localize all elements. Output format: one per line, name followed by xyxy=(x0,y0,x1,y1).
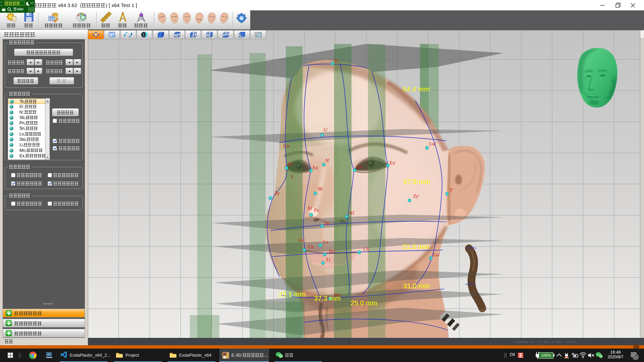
svg-text:Tr: Tr xyxy=(334,58,339,63)
svg-text:Ex': Ex' xyxy=(390,161,396,166)
svg-text:Al': Al' xyxy=(349,210,355,216)
svg-text:Pn: Pn xyxy=(314,208,319,213)
svg-text:Ch': Ch' xyxy=(363,247,370,252)
svg-text:Ex: Ex xyxy=(287,162,293,167)
svg-text:Zy: Zy xyxy=(274,191,280,196)
svg-text:Sb: Sb xyxy=(318,186,323,191)
svg-text:T: T xyxy=(291,175,294,180)
svg-text:En': En' xyxy=(357,165,363,170)
svg-text:Sn: Sn xyxy=(324,221,329,226)
svg-text:Al: Al xyxy=(307,206,312,211)
svg-text:N': N' xyxy=(325,158,330,163)
svg-text:31.0 mm: 31.0 mm xyxy=(403,282,430,290)
svg-text:25.1 mm: 25.1 mm xyxy=(279,290,306,298)
svg-text:G': G' xyxy=(324,127,328,132)
svg-text:37.3 mm: 37.3 mm xyxy=(314,294,341,302)
svg-text:Go': Go' xyxy=(433,252,440,257)
svg-text:Zy': Zy' xyxy=(413,194,419,199)
svg-text:11: 11 xyxy=(634,355,638,359)
svg-text:Li: Li xyxy=(326,257,331,262)
svg-text:25.0 mm: 25.0 mm xyxy=(351,299,377,307)
svg-text:67.8 mm: 67.8 mm xyxy=(404,178,430,185)
svg-text:Lw: Lw xyxy=(283,143,290,148)
svg-text:21.3 mm: 21.3 mm xyxy=(402,243,429,250)
svg-text:Go: Go xyxy=(299,238,304,243)
svg-text:Ls: Ls xyxy=(323,239,328,244)
svg-text:En: En xyxy=(313,165,318,170)
svg-text:Lw': Lw' xyxy=(429,141,436,146)
svg-text:Ch: Ch xyxy=(308,244,314,249)
svg-text:54.4 mm: 54.4 mm xyxy=(403,85,430,93)
svg-text:T': T' xyxy=(449,188,453,193)
svg-text:Sto: Sto xyxy=(329,249,335,254)
